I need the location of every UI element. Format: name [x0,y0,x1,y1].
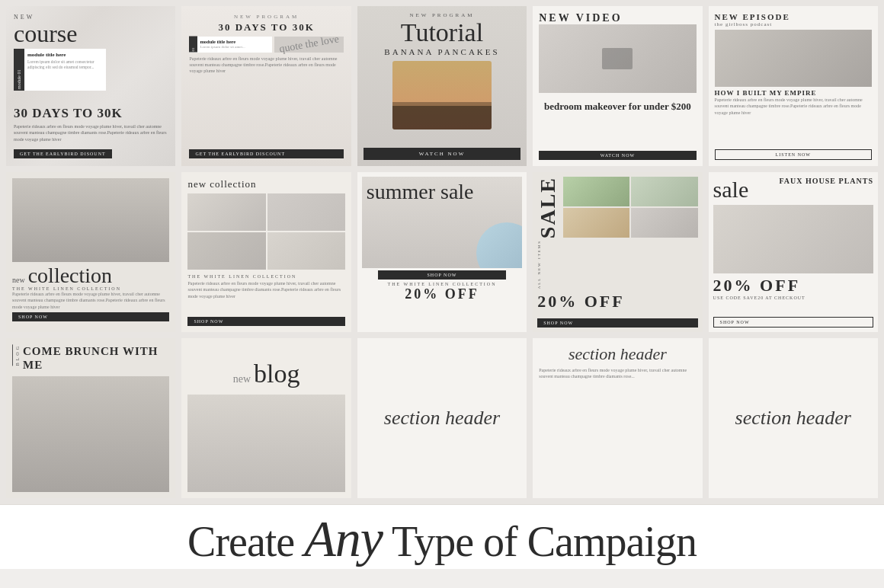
sale-text: SALE [537,177,559,238]
sale-header-row: SALE ALL NEW ITEMS [537,177,697,289]
collection-body: Papeterie rideaux arbre en fleurs mode v… [12,291,169,310]
section-header-text-3: section header [735,407,851,430]
banana-pancakes: BANANA PANCAKES [384,47,499,56]
empire-heading: HOW I BUILT MY EMPIRE [715,89,872,97]
listen-now-btn[interactable]: LISTEN NOW [715,149,872,160]
collection-bottom: new collection THE WHITE LINEN COLLECTIO… [12,265,169,321]
module-label: module 01 [14,49,24,91]
blog-script: blog [254,360,299,388]
blog-label-sideways: BLOG [12,344,20,366]
faux-sale-img [713,205,873,273]
tagline: Create Any Type of Campaign [15,513,869,564]
module-box: module 01 module title here Lorem ipsum … [14,49,106,91]
shop-now-btn-1[interactable]: SHOP NOW [12,312,169,321]
collection-label-2: THE WHITE LINEN COLLECTION [187,274,344,279]
bottom-bar: Create Any Type of Campaign [0,504,884,569]
podcast-label: the girlboss podcast [715,21,872,27]
grid-cell-4 [267,232,345,270]
shop-now-btn-4[interactable]: SHOP NOW [537,318,697,328]
heading-30k: 30 DAYS TO 30K [14,106,168,121]
card-new-blog: new blog [181,338,351,498]
ep-body: Papeterie rideaux arbre en fleurs mode v… [715,97,872,116]
watch-now-btn-2[interactable]: WATCH NOW [539,151,696,160]
tagline-italic: Any [304,510,383,567]
section-header-text-2: section header [539,344,696,364]
module-title: module title here [27,52,103,58]
grid-container: new course module 01 module title here L… [0,0,884,504]
faux-heading-box: FAUX HOUSE PLANTS [779,177,873,185]
blog-title-row: new blog [187,344,344,388]
quote-text: quote the love [278,33,340,56]
new-video-label: NEW VIDEO [539,12,696,24]
video-thumbnail [539,24,696,93]
shop-now-btn-5[interactable]: SHOP NOW [713,317,873,328]
percent-off-4: 20% OFF [537,292,697,312]
blog-img-preview [187,395,344,492]
program-module-box: 01 module title here Lorem ipsum dolor s… [189,37,343,53]
new-collection-heading: new collection [187,178,344,190]
new-blog-small: new [233,373,251,385]
sale-faux-script: sale [713,177,749,203]
plant-cell-4 [631,208,697,238]
card-sale-plants: SALE ALL NEW ITEMS 20% OFF SHOP NOW [533,172,702,332]
program-label: new program [189,14,343,20]
plant-grid [563,177,697,238]
new-sm: new [12,276,25,284]
all-new-items: ALL NEW ITEMS [537,240,559,289]
tagline-start: Create [187,518,304,565]
new-ep-heading: NEW EPISODE [715,12,872,21]
body-text: Papeterie rideaux arbre en fleurs mode v… [14,123,168,142]
program-heading: 30 DAYS TO 30K [189,21,343,34]
card-section-header-2: section header Papeterie rideaux arbre e… [533,338,702,498]
card-collection-2: new collection THE WHITE LINEN COLLECTIO… [181,172,351,332]
watch-now-btn[interactable]: WATCH NOW [364,148,520,160]
watch-overlay [392,106,492,130]
card-brunch: BLOG COME BRUNCH WITH ME [6,338,175,498]
brunch-img [12,376,169,492]
brunch-content: BLOG COME BRUNCH WITH ME [12,344,169,372]
card-1-1-bottom: 30 DAYS TO 30K Papeterie rideaux arbre e… [14,103,168,158]
card-section-header-3: section header [709,338,878,498]
module-title-sm: module title here [200,39,269,44]
module-body: Lorem ipsum dolor sit amet consectetur a… [27,59,103,70]
module-body-sm: Lorem ipsum dolor sit amet... [200,45,269,50]
sale-faux-header: sale FAUX HOUSE PLANTS [713,177,873,203]
shop-now-btn-2[interactable]: SHOP NOW [187,317,344,326]
module-label-sm: 01 [189,37,197,53]
percent-off-5: 20% OFF [713,276,873,296]
plant-cell-2 [631,177,697,206]
tutorial-label: new program [409,12,474,18]
video-icon [602,48,633,69]
tagline-end: Type of Campaign [383,518,697,565]
card-new-video: NEW VIDEO bedroom makeover for under $20… [533,6,702,166]
card-summer-sale: summer sale SHOP NOW THE WHITE LINEN COL… [357,172,527,332]
grid-cell-2 [267,193,345,231]
summer-sale-img: summer sale [362,177,522,268]
collection-script: collection [28,265,112,286]
program-body: Papeterie rideaux arbre en fleurs mode v… [189,56,343,75]
card-new-episode: NEW EPISODE the girlboss podcast HOW I B… [709,6,878,166]
collection-title: new collection [12,265,169,286]
collection-body-2: Papeterie rideaux arbre en fleurs mode v… [187,280,344,299]
grid-cell-3 [187,232,265,270]
collection-grid [187,193,344,270]
collection-img [12,178,169,262]
module-preview: quote the love [274,37,344,53]
grid-cell-1 [187,193,265,231]
bedroom-heading: bedroom makeover for under $200 [539,101,696,113]
circle-overlay [476,222,522,268]
plant-cell-3 [563,208,629,238]
card-section-header-1: section header [357,338,527,498]
section-body: Papeterie rideaux arbre en fleurs mode v… [539,367,696,380]
card-sale-faux: sale FAUX HOUSE PLANTS 20% OFF USE CODE … [709,172,878,332]
earlybird-btn[interactable]: GET THE EARLYBIRD DISOUNT [14,149,112,158]
card-new-program: new program 30 DAYS TO 30K 01 module tit… [181,6,351,166]
ep-thumbnail [715,30,872,87]
shop-now-btn-3[interactable]: SHOP NOW [378,270,506,280]
earlybird-btn-2[interactable]: GET THE EARLYBIRD DISCOUNT [189,149,343,158]
course-script: course [14,21,168,46]
section-header-text-1: section header [384,407,500,430]
card-tutorial: new program Tutorial BANANA PANCAKES WAT… [357,6,527,166]
faux-heading: FAUX HOUSE PLANTS [779,177,873,185]
card-new-course: new course module 01 module title here L… [6,6,175,166]
